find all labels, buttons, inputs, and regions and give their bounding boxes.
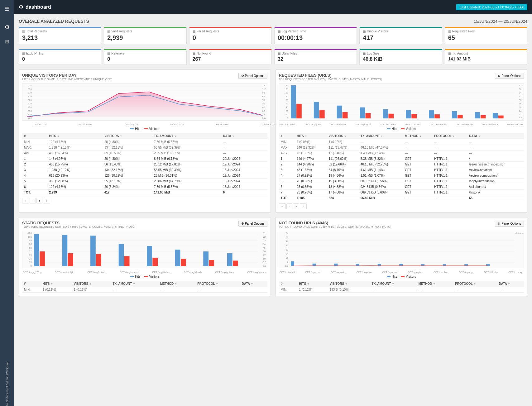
rf-col-protocol[interactable]: PROTOCOL ▼ bbox=[432, 133, 467, 139]
rf-col-data[interactable]: DATA ▼ bbox=[467, 133, 524, 139]
stat-excl-ip-hits: ▦ Excl. IP Hits 0 bbox=[19, 49, 101, 65]
bar-icon-2: ▦ bbox=[107, 30, 110, 33]
svg-rect-18 bbox=[360, 107, 365, 118]
stat-valid-requests-value: 2,939 bbox=[107, 34, 183, 41]
nf-col-tx[interactable]: TX. AMOUNT ▼ bbox=[370, 281, 417, 287]
svg-rect-24 bbox=[492, 113, 498, 118]
svg-rect-44 bbox=[119, 244, 124, 266]
stat-unique-visitors-value: 417 bbox=[363, 34, 439, 41]
sidebar-logo-icon: ⚙ bbox=[2, 21, 12, 33]
svg-rect-29 bbox=[388, 114, 394, 118]
table-row: 526 (0.88%)15 (3.60%)807.02 KiB (0.56%)G… bbox=[279, 179, 524, 184]
stat-unique-visitors: ▦ Unique Visitors 417 bbox=[359, 27, 442, 44]
svg-rect-31 bbox=[434, 114, 440, 118]
bar-icon-6: ▦ bbox=[448, 30, 451, 33]
svg-rect-53 bbox=[152, 258, 158, 266]
table-row: 723 (0.78%)17 (4.08%)869.53 KiB (0.60%)G… bbox=[279, 190, 524, 195]
static-requests-subtitle: TOP STATIC REQUESTS SORTED BY HITS [, AV… bbox=[22, 225, 135, 228]
svg-rect-41 bbox=[34, 234, 39, 266]
col-data[interactable]: DATA ▼ bbox=[221, 133, 267, 139]
sr-y-left: 120105907865523926130 bbox=[23, 231, 32, 268]
page-last-btn[interactable]: » bbox=[43, 198, 50, 203]
stat-not-found-value: 267 bbox=[193, 56, 268, 62]
nf-col-visitors[interactable]: VISITORS ▼ bbox=[328, 281, 370, 287]
col-tx[interactable]: TX. AMOUNT ▼ bbox=[152, 133, 221, 139]
static-requests-chart: 120105907865523926130 81726354453627189.… bbox=[22, 231, 267, 268]
nf-col-protocol[interactable]: PROTOCOL ▼ bbox=[453, 281, 497, 287]
sr-col-hits[interactable]: HITS ▼ bbox=[41, 281, 72, 287]
rf-page-next-btn[interactable]: › bbox=[293, 203, 299, 209]
static-requests-header: STATIC REQUESTS TOP STATIC REQUESTS SORT… bbox=[22, 221, 267, 228]
chart-legend-uv: Hits Visitors bbox=[22, 127, 267, 131]
stat-total-requests-value: 3,213 bbox=[22, 34, 98, 41]
svg-rect-46 bbox=[175, 250, 180, 266]
nf-col-hits[interactable]: HITS ▼ bbox=[297, 281, 328, 287]
sr-col-protocol[interactable]: PROTOCOL ▼ bbox=[195, 281, 240, 287]
sidebar-gear-icon: ⊞ bbox=[2, 36, 12, 47]
rf-y-left: 1401251109575604530150 bbox=[280, 84, 289, 120]
nf-col-method[interactable]: METHOD ▼ bbox=[417, 281, 453, 287]
unique-visitors-panel: UNIQUE VISITORS PER DAY HITS HAVING THE … bbox=[19, 69, 271, 213]
stat-tx-amount-value: 141.03 MiB bbox=[448, 56, 524, 61]
unique-visitors-table: # HITS ▼ VISITORS ▼ TX. AMOUNT ▼ DATA ▼ … bbox=[22, 133, 267, 195]
sr-col-data[interactable]: DATA ▼ bbox=[240, 281, 267, 287]
svg-rect-45 bbox=[147, 246, 152, 266]
col-hits[interactable]: HITS ▼ bbox=[47, 133, 102, 139]
table-row: 5 355 (12.08%) 55 (13.19%) 20.86 MiB (14… bbox=[22, 179, 267, 184]
col-visitors[interactable]: VISITORS ▼ bbox=[103, 133, 152, 139]
sr-x-labels: GET /img/g201.p GET /assets/style GET /i… bbox=[22, 271, 267, 274]
bar-icon-5: ▦ bbox=[363, 30, 366, 33]
nf-col-data[interactable]: DATA ▼ bbox=[497, 281, 524, 287]
stat-failed-requests-value: 0 bbox=[193, 34, 268, 41]
requested-files-table: # HITS ▼ VISITORS ▼ TX. AMOUNT ▼ METHOD … bbox=[279, 133, 524, 201]
rf-col-tx[interactable]: TX. AMOUNT ▼ bbox=[359, 133, 403, 139]
rf-col-hash: # bbox=[279, 133, 295, 139]
rf-page-first-btn[interactable]: « bbox=[279, 203, 286, 209]
svg-rect-54 bbox=[181, 259, 186, 266]
svg-rect-23 bbox=[475, 112, 480, 118]
rf-svg bbox=[289, 84, 515, 120]
svg-rect-30 bbox=[411, 114, 417, 118]
hamburger-icon[interactable]: ☰ bbox=[2, 3, 12, 15]
stats-row-2: ▦ Excl. IP Hits 0 ▦ Referrers 0 ▦ Not Fo… bbox=[19, 49, 527, 65]
svg-rect-63 bbox=[290, 261, 294, 266]
requested-files-options-btn[interactable]: ⚙ Panel Options bbox=[495, 73, 524, 79]
stat-valid-requests: ▦ Valid Requests 2,939 bbox=[104, 27, 186, 44]
svg-rect-15 bbox=[290, 85, 296, 118]
rf-page-prev-btn[interactable]: ‹ bbox=[286, 203, 293, 209]
svg-rect-22 bbox=[452, 111, 457, 119]
unique-visitors-options-btn[interactable]: ⚙ Panel Options bbox=[238, 73, 267, 79]
stats-row-1: ▦ Total Requests 3,213 ▦ Valid Requests … bbox=[19, 27, 527, 44]
col-hash: # bbox=[22, 133, 47, 139]
nf-svg bbox=[289, 231, 515, 268]
rf-col-hits[interactable]: HITS ▼ bbox=[295, 133, 327, 139]
page-next-btn[interactable]: › bbox=[36, 198, 43, 203]
sr-col-tx[interactable]: TX. AMOUNT ▼ bbox=[111, 281, 158, 287]
static-requests-options-btn[interactable]: ⚙ Panel Options bbox=[238, 221, 267, 227]
stat-log-size: ▦ Log Size 46.8 KiB bbox=[359, 49, 442, 65]
rf-page-last-btn[interactable]: » bbox=[300, 203, 307, 209]
table-row: 1 146 (4.97%) 20 (4.80%) 8.64 MiB (6.13%… bbox=[22, 156, 267, 162]
not-found-options-btn[interactable]: ⚙ Panel Options bbox=[495, 221, 524, 227]
page-first-btn[interactable]: « bbox=[22, 198, 29, 203]
page-prev-btn[interactable]: ‹ bbox=[30, 198, 36, 203]
last-updated-badge: Last Updated: 2024-06-21 00:04:25 +0000 bbox=[456, 4, 527, 10]
requested-files-title: REQUESTED FILES (URLS) bbox=[279, 73, 382, 78]
rf-y-right: 11096847260483624120.0 bbox=[519, 84, 523, 120]
svg-rect-51 bbox=[96, 254, 101, 266]
nf-legend: Hits Visitors bbox=[279, 275, 524, 278]
svg-rect-65 bbox=[334, 264, 338, 266]
stat-referrers: ▦ Referrers 0 bbox=[104, 49, 186, 65]
rf-col-method[interactable]: METHOD ▼ bbox=[403, 133, 432, 139]
requested-files-subtitle: TOP REQUESTS SORTED BY HITS [, AVGTS, CU… bbox=[279, 78, 382, 81]
chart-y-right: 130110968470564228140.0 bbox=[262, 84, 266, 120]
not-found-header: NOT FOUND URLS (404S) TOP NOT FOUND URLS… bbox=[279, 221, 524, 228]
svg-rect-42 bbox=[62, 235, 68, 266]
sr-col-visitors[interactable]: VISITORS ▼ bbox=[72, 281, 111, 287]
svg-rect-16 bbox=[314, 102, 319, 118]
stat-log-parsing-time: ▦ Log Parsing Time 00:00:13 bbox=[274, 27, 357, 44]
rf-col-visitors[interactable]: VISITORS ▼ bbox=[327, 133, 358, 139]
stat-not-found: ▦ Not Found 267 bbox=[189, 49, 272, 65]
sr-col-method[interactable]: METHOD ▼ bbox=[158, 281, 195, 287]
rf-x-labels: GET / HTTP/1. GET /apply-bo GET /review-… bbox=[279, 123, 524, 126]
